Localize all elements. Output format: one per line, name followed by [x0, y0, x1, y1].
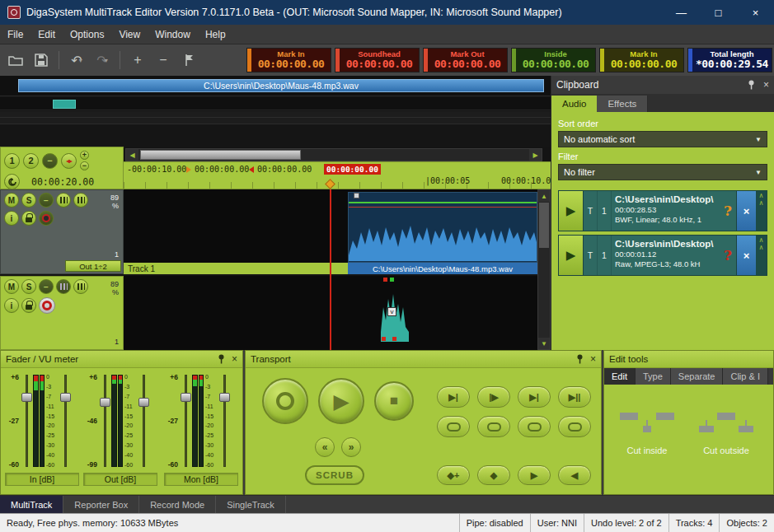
zoom-preset-2-button[interactable]: 2 [23, 153, 39, 169]
track2-lock-button[interactable] [21, 298, 36, 313]
tab-audio[interactable]: Audio [551, 96, 597, 112]
time-ruler[interactable]: -00:00:10.00 00:00:00.00 00:00:00.00 00:… [124, 161, 551, 189]
fader-knob[interactable] [181, 393, 191, 402]
play-from-cursor-button[interactable]: |▶ [477, 386, 510, 408]
loop-1-button[interactable] [437, 416, 470, 437]
clip-marker-red[interactable] [383, 278, 387, 282]
sort-order-dropdown[interactable]: No automatic sort ▼ [558, 131, 767, 147]
fader-slider[interactable] [180, 373, 192, 469]
gain-line[interactable] [349, 202, 537, 203]
undo-dropdown-caret[interactable]: ▾ [79, 57, 82, 64]
play-button[interactable]: ▶ [318, 378, 364, 424]
tab-effects[interactable]: Effects [597, 96, 648, 112]
fader-knob[interactable] [60, 393, 71, 402]
track2-record-arm-button[interactable] [39, 297, 55, 314]
track2-collapse-button[interactable]: − [39, 279, 54, 294]
loop-4-button[interactable] [558, 416, 591, 437]
track1-audio-clip[interactable] [348, 192, 537, 263]
jump-back-button[interactable]: « [315, 437, 335, 457]
tab-reporter-box[interactable]: Reporter Box [63, 496, 139, 513]
menu-window[interactable]: Window [148, 29, 198, 40]
track2-info-button[interactable]: i [4, 298, 19, 313]
loop-3-button[interactable] [518, 416, 551, 437]
fader-slider[interactable] [21, 373, 33, 469]
open-button[interactable] [5, 49, 26, 71]
menu-help[interactable]: Help [198, 29, 233, 40]
scroll-left-icon[interactable]: ◀ [126, 149, 138, 161]
redo-dropdown-caret[interactable]: ▾ [105, 57, 108, 64]
fader-slider[interactable] [59, 373, 72, 469]
scrub-button[interactable]: SCRUB [305, 465, 364, 485]
scrub-wheel-button[interactable] [4, 174, 20, 189]
fader-knob[interactable] [138, 398, 149, 407]
horizontal-scrollbar[interactable]: ◀ ▶ [125, 148, 542, 161]
add-marker-button[interactable]: ◆+ [437, 465, 470, 485]
entry-play-button[interactable]: ▶ [559, 191, 584, 231]
playhead-cursor[interactable] [330, 189, 331, 350]
stop-button[interactable]: ■ [374, 381, 414, 421]
menu-edit[interactable]: Edit [30, 29, 63, 40]
close-panel-icon[interactable]: × [590, 353, 596, 365]
hscroll-thumb[interactable] [140, 150, 301, 160]
clip-marker-red[interactable] [392, 337, 396, 341]
entry-play-button[interactable]: ▶ [559, 236, 584, 275]
hscroll-track[interactable] [138, 149, 529, 161]
zoom-in-small-button[interactable]: + [80, 151, 89, 160]
menu-options[interactable]: Options [63, 29, 111, 40]
undo-button[interactable]: ↶▾ [66, 49, 87, 71]
cut-outside-button[interactable]: Cut outside [690, 391, 762, 472]
track1-output-button[interactable]: Out 1÷2 [65, 260, 121, 272]
tab-clip[interactable]: Clip & I [723, 368, 767, 385]
menu-file[interactable]: File [0, 29, 30, 40]
track2-mute-button[interactable]: M [4, 279, 19, 294]
minimize-button[interactable]: — [663, 0, 700, 25]
track1-collapse-button[interactable]: − [39, 193, 54, 208]
cut-inside-button[interactable]: Cut inside [611, 391, 683, 472]
track1-solo-button[interactable]: S [21, 193, 36, 208]
collapse-button[interactable]: − [42, 153, 58, 169]
play-to-cursor-button[interactable]: ▶| [437, 386, 470, 408]
track1-meter-button[interactable] [56, 193, 71, 208]
save-button[interactable] [30, 49, 52, 71]
entry-remove-button[interactable]: × [736, 236, 756, 275]
entry-collapse-control[interactable]: ∧∧ [756, 191, 767, 231]
menu-view[interactable]: View [111, 29, 148, 40]
zoom-out-button[interactable]: − [152, 49, 174, 71]
pin-icon[interactable] [217, 354, 226, 364]
prev-marker-button[interactable]: ◀ [558, 465, 591, 485]
play-over-cursor-button[interactable]: ▶| [518, 386, 551, 408]
mark-in-flag-icon[interactable] [186, 166, 191, 173]
play-selection-button[interactable]: ▶|| [558, 386, 591, 408]
fader-knob[interactable] [100, 398, 110, 407]
track1-clip-label[interactable]: C:\Users\nin\Desktop\Maus-48.mp3.wav [348, 263, 537, 274]
fader-slider[interactable] [138, 373, 150, 469]
fader-knob[interactable] [21, 393, 32, 402]
tab-record-mode[interactable]: Record Mode [139, 496, 216, 513]
marker-pair-button[interactable]: ◂▸ [61, 153, 77, 169]
track2-solo-button[interactable]: S [21, 279, 36, 294]
loop-2-button[interactable] [477, 416, 510, 437]
redo-button[interactable]: ↷▾ [91, 49, 113, 71]
clip-handle[interactable] [354, 193, 359, 198]
pan-line[interactable] [349, 207, 537, 208]
vscroll-thumb[interactable] [539, 203, 549, 248]
marker-button[interactable]: ◆ [477, 465, 510, 485]
volume-point-marker[interactable]: v [387, 307, 396, 316]
fader-knob[interactable] [219, 393, 230, 402]
scroll-up-icon[interactable]: ▲ [538, 190, 550, 202]
tab-separate[interactable]: Separate [671, 368, 724, 385]
clipboard-entry[interactable]: ▶ T 1 C:\Users\nin\Desktop\ 00:00:28.53 … [558, 190, 767, 231]
clipboard-entry[interactable]: ▶ T 1 C:\Users\nin\Desktop\ 00:00:01.12 … [558, 235, 767, 276]
scroll-down-icon[interactable]: ▼ [538, 338, 550, 349]
pin-icon[interactable] [575, 354, 584, 364]
overview-clip[interactable] [53, 100, 76, 109]
record-button[interactable] [262, 378, 308, 424]
track1-info-button[interactable]: i [4, 211, 19, 226]
mark-out-flag-icon[interactable] [249, 166, 254, 173]
track1-meter2-button[interactable] [73, 193, 88, 208]
clip-marker-green[interactable] [390, 278, 394, 282]
filter-dropdown[interactable]: No filter ▼ [558, 164, 767, 180]
fader-slider[interactable] [218, 373, 231, 469]
zoom-in-button[interactable]: + [127, 49, 148, 71]
close-panel-icon[interactable]: × [763, 79, 769, 91]
